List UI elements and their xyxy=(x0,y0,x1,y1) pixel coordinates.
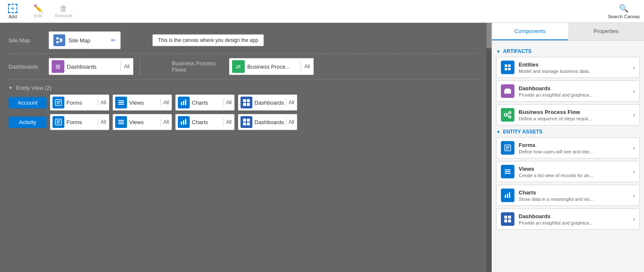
svg-rect-48 xyxy=(505,169,511,170)
artifacts-container: Entities Model and manage business data.… xyxy=(496,57,640,125)
asset-card-icon xyxy=(240,116,252,128)
sitemap-row: Site Map Site Map ✏ This is the canvas w… xyxy=(8,27,478,54)
section-divider xyxy=(140,58,140,75)
dashboards-card-name: Dashboards xyxy=(67,64,120,70)
svg-rect-36 xyxy=(508,68,511,70)
bpf-card-name: Business Proce... xyxy=(247,64,301,70)
asset-card-name: Charts xyxy=(192,100,223,106)
bpf-label: Business Process Flows xyxy=(172,60,223,73)
component-item-business-process-flow[interactable]: Business Process Flow Define a sequence … xyxy=(496,104,640,125)
entity-asset-item-forms[interactable]: Forms Define how users will see and inte… xyxy=(496,137,640,158)
comp-name: Entities xyxy=(519,61,633,68)
entity-row-activity: Activity Forms All Views All Charts All … xyxy=(8,114,478,130)
asset-card-account-views[interactable]: Views All xyxy=(113,94,172,111)
comp-icon xyxy=(501,84,514,98)
sitemap-edit-icon[interactable]: ✏ xyxy=(111,37,116,44)
svg-rect-51 xyxy=(505,195,506,198)
entity-row-account: Account Forms All Views All Charts All D… xyxy=(8,94,478,111)
asset-card-all[interactable]: All xyxy=(223,118,234,126)
svg-rect-29 xyxy=(243,119,246,122)
entity-btn-account[interactable]: Account xyxy=(8,97,47,108)
svg-rect-38 xyxy=(506,89,510,90)
entity-assets-chevron[interactable]: ▼ xyxy=(496,130,500,134)
remove-button[interactable]: 🗑 Remove xyxy=(55,5,72,18)
dashboards-card-icon: ⊞ xyxy=(52,60,64,73)
asset-card-all[interactable]: All xyxy=(223,98,234,107)
sitemap-card-icon xyxy=(53,34,65,46)
bpf-card-all[interactable]: All xyxy=(301,62,313,71)
entity-asset-item-views[interactable]: Views Create a list view of records for … xyxy=(496,161,640,182)
dashboards-row: Dashboards ⊞ Dashboards All Business Pro… xyxy=(8,54,478,80)
asset-icon xyxy=(501,141,514,155)
asset-card-activity-views[interactable]: Views All xyxy=(113,114,172,130)
asset-card-icon xyxy=(53,116,64,128)
asset-card-activity-dashboards[interactable]: Dashboards All xyxy=(238,114,297,130)
asset-card-all[interactable]: All xyxy=(160,98,171,107)
sitemap-section-label: Site Map xyxy=(8,37,42,44)
svg-point-41 xyxy=(509,116,511,118)
collapse-icon[interactable]: ▼ xyxy=(8,86,13,90)
svg-rect-0 xyxy=(56,37,58,39)
svg-rect-35 xyxy=(505,68,507,70)
asset-card-all[interactable]: All xyxy=(160,118,171,126)
sitemap-card[interactable]: Site Map ✏ xyxy=(49,31,121,49)
asset-card-all[interactable]: All xyxy=(286,118,297,126)
component-item-entities[interactable]: Entities Model and manage business data.… xyxy=(496,57,640,78)
svg-line-43 xyxy=(507,115,509,117)
svg-rect-30 xyxy=(247,119,250,122)
asset-card-account-dashboards[interactable]: Dashboards All xyxy=(238,94,297,111)
canvas-scrollbar-thumb[interactable] xyxy=(486,23,492,48)
comp-chevron-icon: › xyxy=(633,88,635,94)
asset-card-all[interactable]: All xyxy=(98,118,109,126)
svg-rect-53 xyxy=(509,192,510,198)
svg-rect-32 xyxy=(247,122,250,125)
sitemap-card-name: Site Map xyxy=(69,37,90,44)
search-canvas-button[interactable]: 🔍 Search Canvas xyxy=(608,4,640,19)
asset-card-activity-charts[interactable]: Charts All xyxy=(175,114,235,130)
comp-name: Dashboards xyxy=(519,85,633,92)
comp-name: Business Process Flow xyxy=(519,109,633,115)
bpf-card[interactable]: ⇄ Business Proce... All xyxy=(229,58,314,75)
canvas-scrollbar[interactable] xyxy=(486,23,492,272)
svg-rect-17 xyxy=(243,103,246,106)
svg-rect-24 xyxy=(118,122,124,122)
asset-name: Forms xyxy=(519,142,633,148)
asset-desc: Create a list view of records for an... xyxy=(519,173,633,178)
svg-rect-28 xyxy=(185,119,186,125)
svg-point-40 xyxy=(509,112,511,114)
asset-chevron-icon: › xyxy=(633,216,635,222)
comp-chevron-icon: › xyxy=(633,64,635,71)
remove-label: Remove xyxy=(55,13,72,18)
tab-components[interactable]: Components xyxy=(492,23,568,40)
svg-rect-26 xyxy=(181,122,182,125)
svg-rect-10 xyxy=(118,102,124,103)
edit-button[interactable]: ✏️ Edit xyxy=(30,5,47,18)
artifacts-label: ARTIFACTS xyxy=(503,48,531,54)
main-layout: Site Map Site Map ✏ This is the canvas w… xyxy=(0,23,644,272)
svg-rect-50 xyxy=(505,173,511,174)
asset-card-all[interactable]: All xyxy=(98,98,109,107)
artifacts-chevron[interactable]: ▼ xyxy=(496,49,500,54)
entity-asset-item-charts[interactable]: Charts Show data in a meaningful and vis… xyxy=(496,185,640,206)
svg-rect-2 xyxy=(60,39,62,42)
add-button[interactable]: + Add xyxy=(4,4,21,19)
svg-rect-27 xyxy=(183,120,184,125)
asset-card-all[interactable]: All xyxy=(286,98,297,107)
entity-asset-item-dashboards[interactable]: Dashboards Provide an insightful and gra… xyxy=(496,208,640,230)
tab-properties[interactable]: Properties xyxy=(568,23,644,40)
comp-icon xyxy=(501,108,514,122)
asset-icon xyxy=(501,212,514,226)
asset-card-account-charts[interactable]: Charts All xyxy=(175,94,235,111)
svg-rect-52 xyxy=(507,194,508,198)
svg-rect-55 xyxy=(508,216,511,219)
add-label: Add xyxy=(8,14,17,19)
asset-chevron-icon: › xyxy=(633,144,635,151)
entity-btn-activity[interactable]: Activity xyxy=(8,117,47,128)
entity-assets-container: Forms Define how users will see and inte… xyxy=(496,137,640,230)
right-panel: Components Properties ▼ ARTIFACTS Entiti… xyxy=(492,23,644,272)
asset-card-account-forms[interactable]: Forms All xyxy=(50,94,109,111)
dashboards-card-all[interactable]: All xyxy=(120,62,133,71)
component-item-dashboards[interactable]: Dashboards Provide an insightful and gra… xyxy=(496,80,640,102)
dashboards-card[interactable]: ⊞ Dashboards All xyxy=(49,58,133,75)
asset-card-activity-forms[interactable]: Forms All xyxy=(50,114,109,130)
